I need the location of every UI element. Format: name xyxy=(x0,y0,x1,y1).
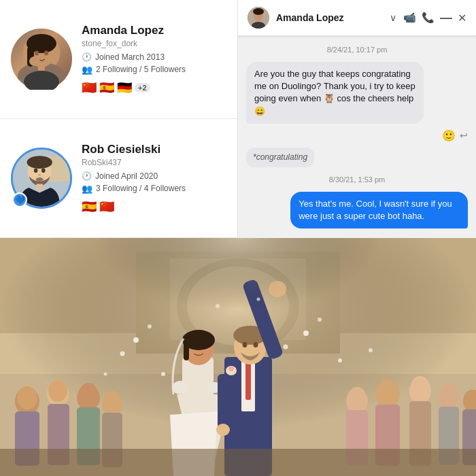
emoji-icon[interactable]: 🙂 xyxy=(442,129,456,142)
svg-point-11 xyxy=(27,156,52,169)
wedding-photo-svg xyxy=(0,238,476,476)
heart-badge-rob: 💙 xyxy=(12,192,27,207)
extra-flags-badge: +2 xyxy=(135,83,150,92)
profile-info-rob: Rob Ciesielski RobSki437 🕐 Joined April … xyxy=(82,143,226,214)
avatar-wrapper-rob: 💙 xyxy=(11,148,72,209)
timestamp-1: 8/24/21, 10:17 pm xyxy=(246,46,468,54)
chat-body[interactable]: 8/24/21, 10:17 pm Are you the guy that k… xyxy=(238,36,476,238)
top-section: Amanda Lopez stone_fox_dork 🕐 Joined Mar… xyxy=(0,0,476,238)
chat-panel: Amanda Lopez ∨ 📹 📞 — ✕ 8/24/21, 10:17 pm… xyxy=(238,0,476,238)
video-call-icon[interactable]: 📹 xyxy=(403,12,416,24)
svg-point-6 xyxy=(44,51,48,56)
rob-name: Rob Ciesielski xyxy=(82,143,226,156)
svg-rect-90 xyxy=(0,238,476,476)
profile-info-amanda: Amanda Lopez stone_fox_dork 🕐 Joined Mar… xyxy=(82,24,226,95)
chat-action-icons: 📹 📞 — ✕ xyxy=(403,11,466,25)
amanda-flags: 🇨🇳 🇪🇸 🇩🇪 +2 xyxy=(82,80,226,95)
timestamp-2: 8/30/21, 1:53 pm xyxy=(246,175,468,184)
flag-cn: 🇨🇳 xyxy=(82,80,97,95)
avatar-amanda xyxy=(11,29,72,90)
amanda-following: 👥 2 Following / 5 Followers xyxy=(82,65,226,75)
minimize-icon[interactable]: — xyxy=(440,11,452,25)
amanda-name: Amanda Lopez xyxy=(82,24,226,37)
chat-user-name: Amanda Lopez xyxy=(276,12,383,23)
message-reactions: 🙂 ↩ xyxy=(442,129,468,142)
svg-point-13 xyxy=(34,169,38,173)
phone-call-icon[interactable]: 📞 xyxy=(422,12,435,24)
amanda-joined: 🕐 Joined March 2013 xyxy=(82,52,226,62)
svg-rect-12 xyxy=(37,184,43,190)
rob-username: RobSki437 xyxy=(82,158,226,167)
chat-avatar xyxy=(248,7,269,29)
profiles-panel: Amanda Lopez stone_fox_dork 🕐 Joined Mar… xyxy=(0,0,238,238)
svg-point-14 xyxy=(41,169,46,173)
close-icon[interactable]: ✕ xyxy=(458,12,466,24)
flag-es-rob: 🇪🇸 xyxy=(82,199,97,214)
app-container: Amanda Lopez stone_fox_dork 🕐 Joined Mar… xyxy=(0,0,476,476)
people-icon: 👥 xyxy=(82,65,92,75)
chevron-down-icon[interactable]: ∨ xyxy=(390,12,396,23)
rob-joined: 🕐 Joined April 2020 xyxy=(82,171,226,181)
calendar-icon: 🕐 xyxy=(82,52,92,62)
calendar-icon-rob: 🕐 xyxy=(82,171,92,181)
reply-icon[interactable]: ↩ xyxy=(460,130,468,141)
profile-card-rob[interactable]: 💙 Rob Ciesielski RobSki437 🕐 Joined Apri… xyxy=(0,119,237,238)
flag-de: 🇩🇪 xyxy=(117,80,132,95)
rob-following: 👥 3 Following / 4 Followers xyxy=(82,184,226,194)
svg-point-4 xyxy=(24,71,59,90)
svg-point-5 xyxy=(35,51,39,56)
flag-cn-rob: 🇨🇳 xyxy=(99,199,114,214)
svg-point-19 xyxy=(253,8,264,15)
rob-flags: 🇪🇸 🇨🇳 xyxy=(82,199,226,214)
flag-es: 🇪🇸 xyxy=(99,80,114,95)
svg-point-16 xyxy=(36,177,44,182)
profile-card-amanda[interactable]: Amanda Lopez stone_fox_dork 🕐 Joined Mar… xyxy=(0,0,237,119)
message-sent-1: Yes that's me. Cool, I wasn't sure if yo… xyxy=(290,192,468,228)
chat-header: Amanda Lopez ∨ 📹 📞 — ✕ xyxy=(238,0,476,36)
people-icon-rob: 👥 xyxy=(82,184,92,194)
message-received-1: Are you the guy that keeps congratating … xyxy=(246,62,424,124)
amanda-username: stone_fox_dork xyxy=(82,39,226,48)
svg-point-15 xyxy=(38,174,41,176)
svg-point-7 xyxy=(29,56,40,66)
avatar-wrapper-amanda xyxy=(11,29,72,90)
message-correction: *congratulating xyxy=(246,148,314,167)
wedding-photo-section xyxy=(0,238,476,476)
